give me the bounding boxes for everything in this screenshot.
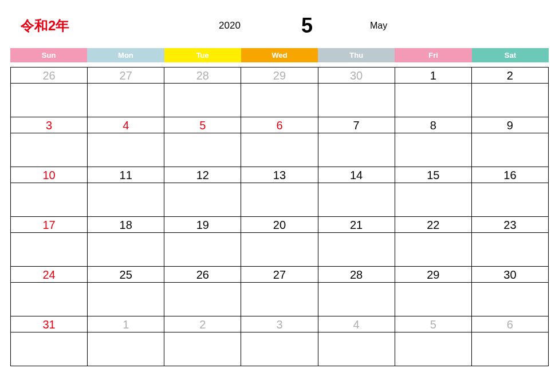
calendar-cell: 1 xyxy=(395,68,472,117)
calendar-cell: 5 xyxy=(395,316,472,366)
day-number: 3 xyxy=(241,316,317,332)
day-number: 18 xyxy=(88,217,164,233)
calendar-cell: 28 xyxy=(318,267,395,316)
day-body xyxy=(11,84,87,117)
day-body xyxy=(472,233,548,266)
day-body xyxy=(395,84,471,117)
calendar-cell: 4 xyxy=(88,117,164,167)
dow-mon: Mon xyxy=(87,48,164,62)
day-number: 30 xyxy=(472,267,548,283)
calendar-cell: 6 xyxy=(241,117,318,167)
day-number: 19 xyxy=(164,217,241,233)
day-body xyxy=(395,183,471,216)
calendar-cell: 24 xyxy=(11,267,88,316)
day-number: 16 xyxy=(472,167,548,183)
day-body xyxy=(88,233,164,266)
day-number: 4 xyxy=(318,316,395,332)
month-number: 5 xyxy=(267,14,347,38)
day-number: 12 xyxy=(164,167,241,183)
day-body xyxy=(164,133,241,167)
day-number: 11 xyxy=(88,167,164,183)
calendar-cell: 19 xyxy=(164,217,241,267)
day-body xyxy=(88,332,164,366)
day-number: 25 xyxy=(88,267,164,283)
calendar-cell: 15 xyxy=(395,167,472,217)
day-number: 14 xyxy=(318,167,395,183)
calendar-cell: 10 xyxy=(11,167,88,217)
day-number: 1 xyxy=(395,68,471,84)
calendar-cell: 18 xyxy=(88,217,164,267)
day-body xyxy=(11,332,87,366)
day-body xyxy=(164,183,241,216)
day-number: 2 xyxy=(472,68,548,84)
day-number: 26 xyxy=(164,267,241,283)
day-number: 23 xyxy=(472,217,548,233)
day-body xyxy=(472,183,548,216)
day-body xyxy=(164,332,241,366)
day-number: 21 xyxy=(318,217,395,233)
calendar-cell: 8 xyxy=(395,117,472,167)
day-number: 30 xyxy=(318,68,395,84)
day-number: 29 xyxy=(241,68,317,84)
calendar-cell: 3 xyxy=(11,117,88,167)
day-body xyxy=(395,283,471,316)
day-body xyxy=(472,84,548,117)
calendar-cell: 25 xyxy=(88,267,164,316)
day-body xyxy=(241,133,317,167)
calendar-cell: 26 xyxy=(11,68,88,117)
day-body xyxy=(164,84,241,117)
day-body xyxy=(241,84,317,117)
calendar-cell: 12 xyxy=(164,167,241,217)
calendar-cell: 28 xyxy=(164,68,241,117)
dow-wed: Wed xyxy=(241,48,318,62)
day-number: 22 xyxy=(395,217,471,233)
day-number: 13 xyxy=(241,167,317,183)
day-number: 26 xyxy=(11,68,87,84)
day-body xyxy=(11,233,87,266)
calendar-cell: 9 xyxy=(472,117,549,167)
calendar-cell: 7 xyxy=(318,117,395,167)
day-body xyxy=(395,233,471,266)
day-number: 6 xyxy=(472,316,548,332)
day-number: 3 xyxy=(11,117,87,133)
day-number: 7 xyxy=(318,117,395,133)
day-number: 27 xyxy=(241,267,317,283)
calendar-cell: 30 xyxy=(318,68,395,117)
day-body xyxy=(88,283,164,316)
day-number: 2 xyxy=(164,316,241,332)
day-body xyxy=(318,183,395,216)
day-body xyxy=(164,283,241,316)
day-number: 5 xyxy=(164,117,241,133)
day-body xyxy=(318,133,395,167)
calendar-cell: 26 xyxy=(164,267,241,316)
day-body xyxy=(241,332,317,366)
year-label: 2020 xyxy=(192,20,267,31)
calendar-cell: 20 xyxy=(241,217,318,267)
month-english: May xyxy=(347,21,427,31)
day-number: 24 xyxy=(11,267,87,283)
day-body xyxy=(11,183,87,216)
day-number: 5 xyxy=(395,316,471,332)
calendar-cell: 11 xyxy=(88,167,164,217)
day-body xyxy=(164,233,241,266)
calendar-cell: 6 xyxy=(472,316,549,366)
day-body xyxy=(318,84,395,117)
calendar-cell: 23 xyxy=(472,217,549,267)
day-body xyxy=(88,133,164,167)
day-number: 1 xyxy=(88,316,164,332)
day-number: 8 xyxy=(395,117,471,133)
calendar-cell: 2 xyxy=(472,68,549,117)
calendar-cell: 27 xyxy=(241,267,318,316)
calendar-cell: 5 xyxy=(164,117,241,167)
calendar-cell: 29 xyxy=(241,68,318,117)
day-body xyxy=(88,84,164,117)
calendar-cell: 1 xyxy=(88,316,164,366)
day-body xyxy=(318,283,395,316)
day-number: 28 xyxy=(164,68,241,84)
day-body xyxy=(395,133,471,167)
dow-sun: Sun xyxy=(10,48,87,62)
calendar-header: 令和2年 2020 5 May xyxy=(10,6,549,48)
dow-sat: Sat xyxy=(472,48,549,62)
day-body xyxy=(472,332,548,366)
day-body xyxy=(472,133,548,167)
